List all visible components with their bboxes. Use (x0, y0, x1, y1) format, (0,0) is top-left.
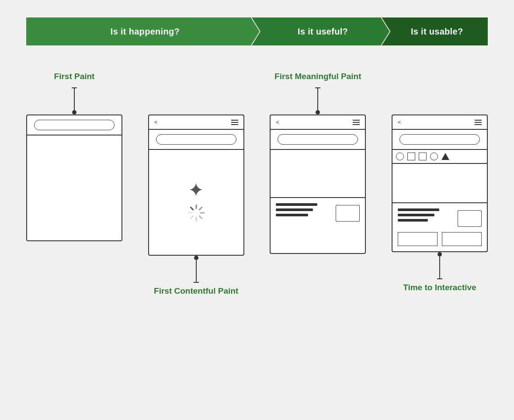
svg-line-5 (191, 216, 193, 219)
line-first-paint (74, 88, 75, 110)
phone3-image-area (271, 150, 365, 198)
connector-top-first-paint (72, 87, 77, 115)
phone3-text-line-3 (276, 214, 308, 216)
phone2-hamburger (231, 120, 238, 125)
tab-icon-triangle (441, 153, 449, 160)
hamburger-line-2 (231, 122, 238, 123)
line-fcp-bottom (196, 260, 197, 282)
connector-fmp-top (315, 87, 320, 115)
phone4-hamburger (475, 120, 482, 125)
hamburger3-line-1 (353, 120, 360, 121)
banner-segment-1: Is it happening? (26, 17, 260, 45)
phone-fcp: < ✦ (148, 115, 244, 256)
hamburger-line-3 (231, 124, 238, 125)
phone4-btn-outline-1 (398, 232, 438, 246)
dot-first-paint (72, 110, 76, 115)
phone3-spacer (271, 227, 365, 253)
dot-fcp-bottom (194, 256, 198, 260)
phone3-search (278, 134, 358, 145)
banner-label-1: Is it happening? (106, 27, 180, 37)
phone4-text-line-1 (398, 208, 439, 211)
phone4-text-line-3 (398, 219, 428, 222)
label-fmp: First Meaningful Paint (274, 72, 361, 84)
phone4-text-line-2 (398, 214, 434, 216)
phone-diagrams: First Paint < (26, 72, 488, 296)
phone2-body: ✦ (149, 150, 243, 255)
label-tti-above-spacer (438, 72, 441, 84)
phone4-btn (458, 210, 482, 227)
phone1-body (27, 135, 122, 240)
connector-tti-bottom (437, 252, 442, 279)
tick-tti-bottom (437, 278, 442, 279)
hamburger4-line-3 (475, 124, 482, 125)
phone-tti: < (392, 115, 488, 252)
label-first-paint: First Paint (54, 72, 95, 84)
phone4-content-area (392, 203, 487, 232)
phone-fmp: < (270, 115, 366, 254)
hamburger-line-1 (231, 120, 238, 121)
phone1-header (27, 115, 122, 135)
hamburger3-line-3 (353, 124, 360, 125)
tab-icon-square-1 (407, 153, 415, 160)
phone3-hamburger (353, 120, 360, 125)
tick-fcp-bottom (194, 282, 199, 283)
spinner-visual (185, 201, 208, 224)
banner-segment-2: Is it useful? (252, 17, 389, 45)
phone4-search (399, 134, 480, 145)
banner: Is it happening? Is it useful? Is it usa… (26, 17, 488, 45)
tab-icon-circle-1 (396, 153, 404, 160)
banner-label-3: Is it usable? (406, 27, 463, 37)
phone3-content-area (271, 198, 365, 227)
tab-icon-square-2 (419, 153, 427, 160)
phone1-search (34, 120, 115, 130)
svg-line-7 (191, 207, 193, 210)
phone-col-tti: < (392, 72, 488, 292)
phone3-back-icon: < (276, 119, 279, 125)
phone3-text-lines (276, 203, 322, 216)
hamburger4-line-1 (475, 120, 482, 121)
banner-segment-3: Is it usable? (382, 17, 488, 45)
phone3-search-row (271, 130, 365, 150)
phone-col-fcp: < ✦ (148, 72, 244, 296)
loading-spinner: ✦ (188, 180, 204, 200)
phone4-navbar: < (392, 115, 487, 130)
phone4-search-row (392, 130, 487, 150)
dot-fmp (316, 110, 320, 115)
phone4-text-lines (398, 208, 444, 222)
phone2-navbar: < (149, 115, 243, 130)
svg-line-3 (199, 216, 202, 219)
phone4-image-area (392, 164, 487, 203)
phone2-back-icon: < (154, 119, 158, 125)
phone4-btn-outline-2 (442, 232, 482, 246)
phone3-text-line-1 (276, 203, 317, 206)
tab-icon-circle-2 (430, 153, 438, 160)
phone-col-fmp: First Meaningful Paint < (270, 72, 366, 254)
phone-first-paint (26, 115, 122, 241)
phone3-text-line-2 (276, 208, 313, 211)
label-tti: Time to Interactive (403, 283, 476, 292)
phone2-search (156, 134, 236, 145)
spinner-svg (185, 201, 208, 224)
dot-tti-bottom (438, 252, 442, 257)
line-fmp (317, 88, 318, 110)
phone3-btn (336, 205, 360, 222)
svg-line-1 (199, 207, 202, 210)
phone4-bottom-buttons (392, 232, 487, 251)
phone4-tabbar (392, 150, 487, 164)
connector-fcp-bottom (194, 256, 199, 283)
phone2-search-row (149, 130, 243, 150)
phone4-back-icon: < (398, 119, 401, 125)
line-tti-bottom (439, 257, 440, 278)
label-fcp-above (195, 72, 197, 84)
phone3-navbar: < (271, 115, 365, 130)
banner-label-2: Is it useful? (293, 27, 348, 37)
hamburger4-line-2 (475, 122, 482, 123)
phone-col-first-paint: First Paint (26, 72, 122, 241)
label-fcp: First Contentful Paint (154, 286, 238, 296)
hamburger3-line-2 (353, 122, 360, 123)
